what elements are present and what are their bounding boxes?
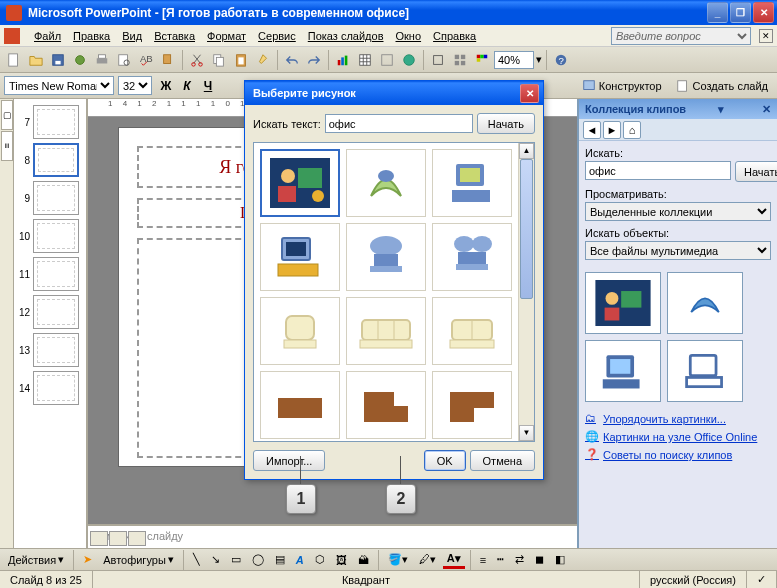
underline-button[interactable]: Ч — [198, 76, 218, 96]
document-icon[interactable] — [4, 28, 20, 44]
thumb-8[interactable]: 8 — [14, 141, 86, 179]
print-icon[interactable] — [92, 50, 112, 70]
sorter-view-button[interactable] — [109, 531, 127, 546]
dialog-close-button[interactable]: ✕ — [520, 84, 539, 103]
line-icon[interactable]: ╲ — [189, 551, 204, 569]
undo-icon[interactable] — [282, 50, 302, 70]
help-icon[interactable]: ? — [551, 50, 571, 70]
clip-computer[interactable] — [432, 149, 512, 217]
tips-link[interactable]: ❓Советы по поиску клипов — [585, 446, 771, 464]
research-icon[interactable] — [158, 50, 178, 70]
line-color-icon[interactable]: 🖊▾ — [415, 551, 440, 569]
redo-icon[interactable] — [304, 50, 324, 70]
result-clip-4[interactable] — [667, 340, 743, 402]
thumb-11[interactable]: 11 — [14, 255, 86, 293]
notes-pane[interactable]: Заметки к слайду — [88, 524, 577, 548]
nav-forward-icon[interactable]: ► — [603, 121, 621, 139]
menu-file[interactable]: Файл — [28, 28, 67, 44]
menu-edit[interactable]: Правка — [67, 28, 116, 44]
clip-desk-rect[interactable] — [260, 371, 340, 439]
result-clip-2[interactable] — [667, 272, 743, 334]
bold-button[interactable]: Ж — [156, 76, 176, 96]
chart-icon[interactable] — [333, 50, 353, 70]
outline-tab[interactable]: ≡ — [1, 131, 13, 161]
dialog-start-button[interactable]: Начать — [477, 113, 535, 134]
slideshow-view-button[interactable] — [128, 531, 146, 546]
font-select[interactable]: Times New Roman — [4, 76, 114, 95]
search-start-button[interactable]: Начать — [735, 161, 777, 182]
font-size-select[interactable]: 32 — [118, 76, 152, 95]
browse-select[interactable]: Выделенные коллекции — [585, 202, 771, 221]
zoom-dropdown-icon[interactable]: ▾ — [536, 53, 542, 66]
objects-select[interactable]: Все файлы мультимедиа — [585, 241, 771, 260]
save-icon[interactable] — [48, 50, 68, 70]
clip-sofa-triple[interactable] — [346, 297, 426, 365]
grid-icon[interactable] — [450, 50, 470, 70]
nav-home-icon[interactable]: ⌂ — [623, 121, 641, 139]
dialog-titlebar[interactable]: Выберите рисунок ✕ — [245, 81, 543, 105]
copy-icon[interactable] — [209, 50, 229, 70]
doc-close-button[interactable]: ✕ — [759, 29, 773, 43]
menu-window[interactable]: Окно — [390, 28, 428, 44]
thumb-13[interactable]: 13 — [14, 331, 86, 369]
hyperlink-icon[interactable] — [399, 50, 419, 70]
organize-link[interactable]: 🗂Упорядочить картинки... — [585, 410, 771, 428]
menu-insert[interactable]: Вставка — [148, 28, 201, 44]
thumb-10[interactable]: 10 — [14, 217, 86, 255]
clip-computer-outline[interactable] — [260, 223, 340, 291]
menu-slideshow[interactable]: Показ слайдов — [302, 28, 390, 44]
table-icon[interactable] — [355, 50, 375, 70]
clip-mouse[interactable] — [346, 149, 426, 217]
fill-color-icon[interactable]: 🪣▾ — [384, 551, 412, 569]
italic-button[interactable]: К — [177, 76, 197, 96]
oval-icon[interactable]: ◯ — [248, 551, 268, 569]
search-input[interactable] — [585, 161, 731, 180]
menu-format[interactable]: Формат — [201, 28, 252, 44]
clip-chair-side[interactable] — [432, 223, 512, 291]
clip-sofa-single[interactable] — [260, 297, 340, 365]
preview-icon[interactable] — [114, 50, 134, 70]
zoom-input[interactable] — [494, 51, 534, 69]
clip-desk-l2[interactable] — [432, 371, 512, 439]
result-clip-3[interactable] — [585, 340, 661, 402]
color-icon[interactable] — [472, 50, 492, 70]
minimize-button[interactable]: _ — [707, 2, 728, 23]
designer-button[interactable]: Конструктор — [577, 76, 667, 96]
textbox-icon[interactable]: ▤ — [271, 551, 289, 569]
slides-tab[interactable]: ▢ — [1, 100, 13, 130]
scroll-up-icon[interactable]: ▲ — [519, 143, 534, 159]
3d-icon[interactable]: ◧ — [551, 551, 569, 569]
result-clip-1[interactable] — [585, 272, 661, 334]
permission-icon[interactable] — [70, 50, 90, 70]
tables-borders-icon[interactable] — [377, 50, 397, 70]
new-slide-button[interactable]: * Создать слайд — [671, 76, 773, 96]
thumb-12[interactable]: 12 — [14, 293, 86, 331]
status-spellcheck-icon[interactable]: ✓ — [747, 571, 777, 588]
format-painter-icon[interactable] — [253, 50, 273, 70]
new-icon[interactable] — [4, 50, 24, 70]
expand-icon[interactable] — [428, 50, 448, 70]
autoshapes-menu[interactable]: Автофигуры ▾ — [99, 551, 178, 569]
clip-sofa-double[interactable] — [432, 297, 512, 365]
thumb-7[interactable]: 7 — [14, 103, 86, 141]
menu-view[interactable]: Вид — [116, 28, 148, 44]
thumb-14[interactable]: 14 — [14, 369, 86, 407]
maximize-button[interactable]: ❐ — [730, 2, 751, 23]
dash-style-icon[interactable]: ┅ — [493, 551, 508, 569]
help-search[interactable]: Введите вопрос — [611, 27, 751, 45]
cut-icon[interactable] — [187, 50, 207, 70]
actions-menu[interactable]: Действия ▾ — [4, 551, 68, 569]
taskpane-menu-icon[interactable]: ▾ — [718, 103, 724, 116]
font-color-icon[interactable]: A▾ — [443, 551, 465, 569]
clip-person-computer[interactable] — [260, 149, 340, 217]
scroll-thumb[interactable] — [520, 159, 533, 299]
spellcheck-icon[interactable]: ABC — [136, 50, 156, 70]
clip-desk-l[interactable] — [346, 371, 426, 439]
line-style-icon[interactable]: ≡ — [476, 551, 490, 569]
import-button[interactable]: Импорт... — [253, 450, 325, 471]
cancel-button[interactable]: Отмена — [470, 450, 535, 471]
picture-icon[interactable]: 🏔 — [354, 551, 373, 569]
clipart-icon[interactable]: 🖼 — [332, 551, 351, 569]
open-icon[interactable] — [26, 50, 46, 70]
arrow-icon[interactable]: ↘ — [207, 551, 224, 569]
